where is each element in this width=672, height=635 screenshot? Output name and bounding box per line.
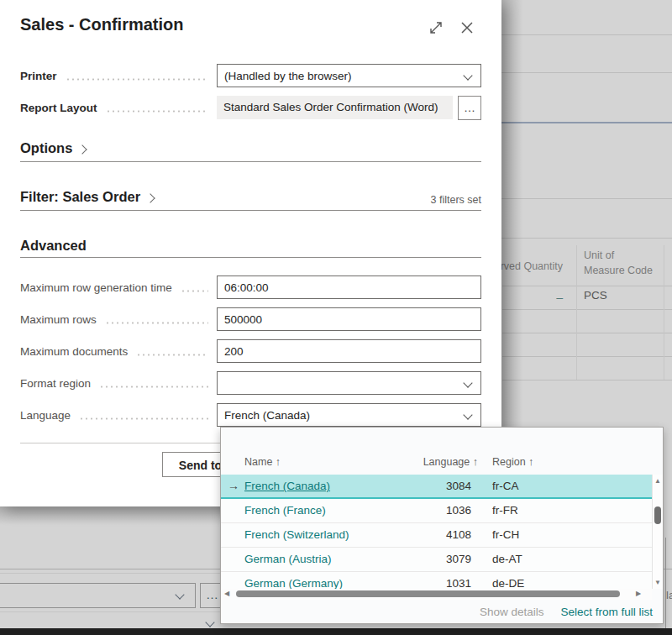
close-icon xyxy=(459,19,475,36)
current-row-arrow-icon: → xyxy=(228,479,239,492)
advanced-section-label: Advanced xyxy=(20,238,87,254)
list-item-french-switzerland[interactable]: French (Switzerland) 4108 fr-CH xyxy=(221,523,652,548)
chevron-right-icon xyxy=(78,144,87,154)
bg-cell-unit-of-measure: PCS xyxy=(584,289,607,302)
printer-label: Printer xyxy=(20,70,57,82)
list-item-german-germany[interactable]: German (Germany) 1031 de-DE xyxy=(221,572,652,589)
dotted-leader xyxy=(106,110,208,113)
bg-divider xyxy=(501,122,672,123)
report-layout-value: Standard Sales Order Confirmation (Word) xyxy=(217,96,453,119)
scroll-left-icon[interactable]: ◀ xyxy=(224,590,229,597)
sort-ascending-icon: ↑ xyxy=(473,456,478,468)
filter-section-toggle[interactable]: Filter: Sales Order xyxy=(20,189,154,205)
vertical-scrollbar[interactable]: ▲ ▼ xyxy=(652,475,663,589)
list-item-german-austria[interactable]: German (Austria) 3079 de-AT xyxy=(221,548,652,572)
chevron-down-icon xyxy=(463,410,472,419)
printer-value: (Handled by the browser) xyxy=(224,70,352,82)
bg-column-header-uom-line1: Unit of xyxy=(584,249,614,261)
dotted-leader xyxy=(99,386,208,388)
chevron-right-icon xyxy=(145,193,155,202)
max-row-generation-time-label: Maximum row generation time xyxy=(20,281,172,294)
chevron-down-icon xyxy=(175,590,184,599)
advanced-section-header: Advanced xyxy=(20,238,87,254)
horizontal-scrollbar-thumb[interactable] xyxy=(236,590,620,597)
maximum-rows-label: Maximum rows xyxy=(20,313,97,326)
dotted-leader xyxy=(105,322,208,324)
bg-cell-reserved-quantity: _ xyxy=(538,286,563,299)
chevron-down-icon xyxy=(463,378,472,387)
column-header-name[interactable]: Name ↑ xyxy=(244,456,281,468)
printer-combobox[interactable]: (Handled by the browser) xyxy=(217,64,481,87)
ellipsis-icon: … xyxy=(464,101,475,114)
scroll-right-icon[interactable]: ▶ xyxy=(636,590,641,597)
column-header-region[interactable]: Region ↑ xyxy=(492,456,533,468)
list-item-french-france[interactable]: French (France) 1036 fr-FR xyxy=(221,499,652,523)
select-from-full-list-link[interactable]: Select from full list xyxy=(560,606,653,618)
dotted-leader xyxy=(79,417,208,420)
horizontal-scrollbar[interactable]: ◀ ▶ xyxy=(221,589,652,600)
report-layout-label: Report Layout xyxy=(20,102,97,114)
maximum-documents-label: Maximum documents xyxy=(20,345,128,358)
section-rule xyxy=(20,210,481,211)
scroll-up-icon[interactable]: ▲ xyxy=(653,477,663,485)
format-region-combobox[interactable] xyxy=(217,371,481,395)
show-details-link: Show details xyxy=(480,606,544,618)
bg-divider xyxy=(501,238,672,239)
dotted-leader xyxy=(66,78,208,81)
language-list: → French (Canada) 3084 fr-CA French (Fra… xyxy=(221,475,652,589)
chevron-down-icon xyxy=(205,617,214,627)
vertical-scrollbar-thumb[interactable] xyxy=(654,506,661,524)
bg-text-fragment: la xyxy=(666,589,672,601)
chevron-down-icon xyxy=(463,71,472,80)
dialog-title: Sales - Confirmation xyxy=(20,15,183,34)
scroll-down-icon[interactable]: ▼ xyxy=(653,579,663,586)
lookup-footer: Show details Select from full list xyxy=(221,600,664,623)
report-layout-assist-button[interactable]: … xyxy=(458,96,481,120)
filters-set-badge: 3 filters set xyxy=(431,194,481,206)
expand-icon xyxy=(428,19,444,36)
section-rule xyxy=(20,257,481,258)
language-lookup-panel: Name ↑ Language ↑ Region ↑ → French (Can… xyxy=(220,427,664,624)
max-row-generation-time-input[interactable] xyxy=(217,276,481,299)
bg-bottom-bar xyxy=(0,628,672,635)
bg-dimmed-combobox xyxy=(0,583,196,608)
options-section-toggle[interactable]: Options xyxy=(20,140,86,156)
filter-section-label: Filter: Sales Order xyxy=(20,189,140,205)
bg-divider xyxy=(501,72,672,73)
column-header-language[interactable]: Language ↑ xyxy=(379,456,478,468)
sort-ascending-icon: ↑ xyxy=(528,456,533,468)
bg-divider xyxy=(501,198,672,199)
ellipsis-icon: … xyxy=(206,587,218,601)
bg-column-header-uom-line2: Measure Code xyxy=(584,265,653,276)
maximum-rows-input[interactable] xyxy=(217,307,481,331)
expand-dialog-button[interactable] xyxy=(425,17,447,39)
maximum-documents-input[interactable] xyxy=(217,339,481,363)
language-label: Language xyxy=(20,409,71,422)
sort-ascending-icon: ↑ xyxy=(276,456,281,468)
options-section-label: Options xyxy=(20,140,72,156)
language-value: French (Canada) xyxy=(224,409,310,422)
bg-divider xyxy=(501,34,672,35)
language-combobox[interactable]: French (Canada) xyxy=(217,403,481,427)
close-dialog-button[interactable] xyxy=(456,17,478,39)
list-item-french-canada[interactable]: → French (Canada) 3084 fr-CA xyxy=(221,475,652,499)
section-rule xyxy=(20,161,481,162)
format-region-label: Format region xyxy=(20,377,91,390)
dotted-leader xyxy=(181,290,208,292)
dotted-leader xyxy=(136,354,208,356)
